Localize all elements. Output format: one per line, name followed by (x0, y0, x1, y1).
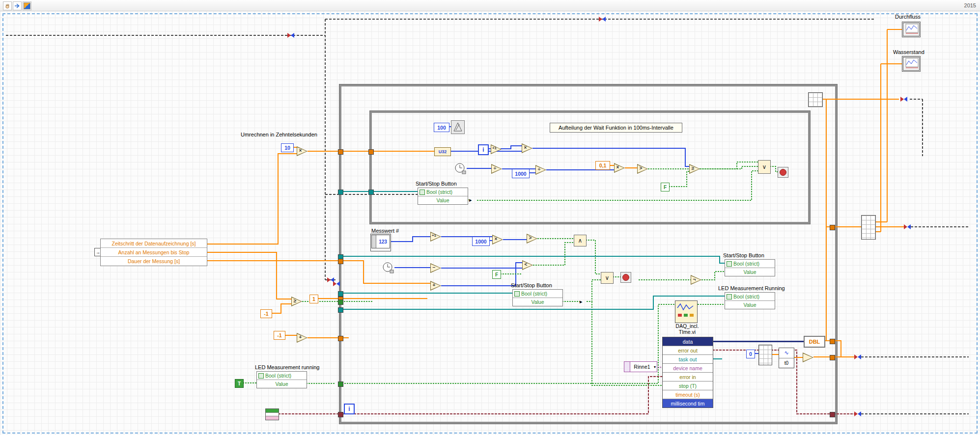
tunnel-maroon[interactable] (338, 412, 343, 417)
waveform-chart-wasserstand[interactable] (902, 56, 921, 72)
local-variable-messwert[interactable]: 123 (370, 234, 391, 251)
pan-hand-tool-icon[interactable] (3, 1, 12, 10)
property-node-start-stop-inner[interactable]: Bool (strict) Value (418, 188, 468, 205)
to-u32-conversion-node[interactable]: U32 (434, 147, 451, 156)
false-constant[interactable]: F (492, 270, 501, 279)
property-value-row[interactable]: Value (257, 380, 307, 388)
daq-terminal-timeout[interactable]: timeout (s) (663, 390, 713, 399)
tunnel-teal[interactable] (338, 190, 343, 195)
device-name-text[interactable]: Rinne1 (630, 364, 654, 370)
cluster-row-anzahl[interactable]: Anzahl an Messungen bis Stop (101, 248, 207, 257)
wire-junction-icon[interactable] (854, 411, 861, 416)
wire-junction-icon[interactable] (287, 33, 294, 38)
cluster-row-zeitschritt[interactable]: Zeitschritt der Datenaufzeichnung [s] (101, 239, 207, 248)
tunnel-orange[interactable] (338, 149, 343, 155)
settings-cluster-constant[interactable]: Zeitschritt der Datenaufzeichnung [s] An… (100, 239, 207, 266)
property-value-row[interactable]: Value (725, 301, 775, 309)
numeric-constant-0-1[interactable]: 0,1 (595, 161, 610, 170)
property-value-row[interactable]: Value (513, 298, 562, 306)
dbl-orange-wires[interactable] (206, 99, 899, 357)
increment-node[interactable]: +1 (491, 144, 502, 154)
free-label-umrechnen[interactable]: Umrechnen in Zehntelsekunden (241, 132, 317, 137)
tunnel-teal[interactable] (338, 291, 343, 297)
tick-count-ms-icon[interactable] (454, 162, 467, 177)
cluster-row-dauer[interactable]: Dauer der Messung [s] (101, 257, 207, 265)
property-node-label[interactable]: LED Measurement Running (718, 285, 785, 291)
add-node[interactable]: + (297, 333, 308, 343)
free-label-messwert[interactable]: Messwert # (371, 228, 399, 234)
build-array-node[interactable] (808, 92, 823, 107)
tunnel-teal[interactable] (338, 307, 343, 313)
multiply-node[interactable]: × (492, 235, 503, 245)
tick-count-ms-icon[interactable] (382, 261, 394, 276)
multiply-node[interactable]: × (614, 163, 625, 173)
waveform-chart-durchfluss[interactable] (902, 22, 921, 37)
numeric-constant-1000-outer[interactable]: 1000 (472, 237, 490, 246)
dropdown-arrow-icon[interactable]: ▾ (654, 365, 657, 369)
property-node-led-left[interactable]: Bool (strict) Value (256, 371, 307, 388)
add-node[interactable]: + (430, 281, 441, 291)
true-constant[interactable]: T (235, 379, 244, 388)
chart-label-wasserstand[interactable]: Wasserstand (893, 49, 924, 55)
greater-node[interactable]: > (637, 164, 648, 174)
build-waveform-node[interactable]: ∿ t0 (779, 348, 794, 368)
loop-condition-terminal-outer[interactable] (620, 272, 631, 283)
loop-condition-terminal-inner[interactable] (778, 167, 788, 178)
property-node-label[interactable]: Start/Stop Button (723, 252, 764, 258)
not-node[interactable]: ¬ (691, 275, 701, 285)
numeric-constant-0[interactable]: 0 (746, 350, 755, 358)
and-node[interactable]: ∧ (574, 235, 587, 246)
dbl-indicator-terminal[interactable]: DBL (804, 336, 825, 348)
tunnel-green[interactable] (338, 299, 343, 305)
conversion-node[interactable] (803, 353, 813, 362)
numeric-constant-10[interactable]: 10 (281, 143, 294, 152)
tunnel-orange[interactable] (338, 336, 343, 341)
numeric-constant-100[interactable]: 100 (434, 123, 449, 132)
tunnel-orange[interactable] (830, 339, 835, 344)
or-node[interactable]: ∨ (601, 272, 614, 284)
increment-node[interactable]: +1 (430, 232, 441, 242)
wire-junction-icon[interactable] (854, 354, 861, 359)
tunnel-orange[interactable] (368, 149, 374, 155)
numeric-constant-1000-inner[interactable]: 1000 (512, 169, 530, 178)
property-node-label[interactable]: Start/Stop Button (416, 181, 457, 187)
property-node-led-right[interactable]: Bool (strict) Value (725, 292, 775, 309)
index-array-node[interactable] (758, 345, 772, 365)
subtract-node[interactable]: − (430, 263, 441, 273)
iteration-terminal-inner[interactable]: i (478, 144, 489, 155)
property-value-row[interactable]: Value (418, 196, 468, 204)
chart-label-durchfluss[interactable]: Durchfluss (895, 14, 921, 20)
dashed-hidden-wires[interactable] (6, 19, 969, 414)
multiply-node[interactable]: × (522, 143, 532, 153)
daq-terminal-stop[interactable]: stop (T) (663, 381, 713, 390)
wire-junction-icon[interactable] (904, 224, 911, 229)
free-label-aufteilung[interactable]: Aufteilung der Wait Funktion in 100ms-In… (550, 123, 682, 133)
daq-terminal-millisecond-timer[interactable]: millisecond tim (663, 399, 713, 408)
forward-arrow-icon[interactable] (13, 1, 22, 10)
false-constant[interactable]: F (661, 183, 670, 191)
wait-ms-icon[interactable] (451, 120, 465, 134)
property-node-start-stop-right[interactable]: Bool (strict) Value (725, 259, 775, 276)
less-node[interactable]: < (522, 260, 533, 270)
iteration-terminal-outer[interactable]: i (344, 404, 355, 414)
wire-junction-icon[interactable] (900, 97, 907, 102)
numeric-constant-1[interactable]: 1 (309, 295, 318, 303)
tunnel-orange[interactable] (338, 259, 343, 264)
device-name-constant[interactable]: Rinne1 ▾ (624, 361, 657, 372)
daq-vi-icon[interactable] (675, 300, 698, 323)
wire-junction-icon[interactable] (333, 281, 340, 286)
daq-terminal-error-out[interactable]: error out (663, 346, 713, 355)
daq-terminal-error-in[interactable]: error in (663, 373, 713, 381)
multiply-node[interactable]: × (297, 146, 308, 156)
tunnel-orange[interactable] (830, 355, 835, 360)
wire-junction-icon[interactable] (599, 17, 606, 22)
numeric-constant-minus1-a[interactable]: -1 (260, 309, 272, 318)
property-value-row[interactable]: Value (725, 268, 775, 276)
tunnel-green[interactable] (338, 381, 343, 387)
divide-node[interactable]: ÷ (491, 164, 502, 174)
tunnel-teal[interactable] (368, 190, 374, 195)
tunnel-orange[interactable] (830, 225, 835, 230)
daq-vi-terminals[interactable]: data error out task out device name erro… (662, 337, 713, 408)
numeric-constant-minus1-b[interactable]: -1 (274, 331, 285, 340)
daq-terminal-task-out[interactable]: task out (663, 355, 713, 364)
